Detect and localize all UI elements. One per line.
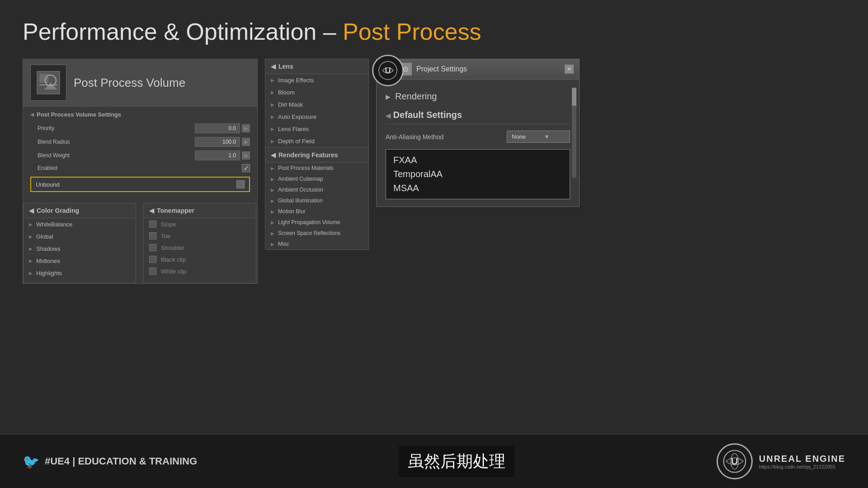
rf-misc[interactable]: ▶ Misc	[265, 239, 368, 249]
ac-arrow: ▶	[271, 177, 274, 182]
ps-content: ▶ Rendering ◀ Default Settings Anti-Alia…	[377, 80, 579, 206]
rf-motion-blur[interactable]: ▶ Motion Blur	[265, 206, 368, 217]
lens-image-effects[interactable]: ▶ Image Effects	[265, 74, 368, 86]
enabled-label: Enabled	[30, 165, 57, 171]
title-part2: Post Process	[343, 19, 481, 45]
ue-logo-icon: U	[378, 61, 398, 80]
blend-radius-expand[interactable]: ⊳	[242, 138, 250, 146]
aa-options-list: FXAA TemporalAA MSAA	[386, 149, 570, 199]
tm-header: ◀ Tonemapper	[144, 203, 256, 218]
shoulder-checkbox[interactable]	[149, 244, 156, 251]
blend-weight-expand[interactable]: ⊳	[242, 151, 250, 160]
scroll-indicator	[572, 88, 576, 178]
white-clip-checkbox[interactable]	[149, 267, 156, 275]
ao-label: Ambient Occlusion	[278, 187, 323, 193]
gi-arrow: ▶	[271, 198, 274, 203]
enabled-checkbox[interactable]: ✓	[242, 164, 250, 172]
ppv-icon-svg	[35, 69, 62, 96]
ps-close-button[interactable]: ✕	[565, 65, 574, 74]
blend-radius-row: Blend Radius ⊳	[30, 135, 250, 149]
aa-dropdown[interactable]: None ▼	[507, 131, 570, 143]
cg-arrow: ◀	[29, 207, 34, 214]
lens-depth-of-field[interactable]: ▶ Depth of Field	[265, 135, 368, 147]
rf-label: Rendering Features	[278, 151, 338, 159]
cg-highlights[interactable]: ▶ Highlights	[24, 267, 136, 279]
ie-label: Image Effects	[278, 77, 314, 84]
aa-selected: None	[512, 133, 526, 140]
ppm-label: Post Process Materials	[278, 165, 334, 171]
cg-shadows[interactable]: ▶ Shadows	[24, 243, 136, 255]
ppv-panel: Post Process Volume ◀ Post Process Volum…	[23, 59, 258, 284]
rf-ppm[interactable]: ▶ Post Process Materials	[265, 163, 368, 174]
bottom-bar: 🐦 #UE4 | EDUCATION & TRAINING 虽然后期处理 U U…	[0, 434, 868, 488]
cg-global[interactable]: ▶ Global	[24, 230, 136, 243]
lens-dirt-mask[interactable]: ▶ Dirt Mask	[265, 99, 368, 111]
rf-ambient-cubemap[interactable]: ▶ Ambient Cubemap	[265, 174, 368, 184]
ppv-settings-label: Post Process Volume Settings	[37, 111, 121, 118]
rendering-label: Rendering	[395, 91, 437, 102]
lpv-label: Light Propagation Volume	[278, 219, 340, 225]
priority-expand[interactable]: ⊳	[242, 124, 250, 132]
ds-arrow: ◀	[386, 112, 391, 119]
slope-label: Slope	[161, 221, 176, 228]
scroll-thumb[interactable]	[572, 88, 576, 106]
blend-weight-input[interactable]	[195, 150, 240, 160]
ps-title-text: Project Settings	[416, 65, 467, 73]
hashtag-text: #UE4 | EDUCATION & TRAINING	[45, 455, 197, 467]
lf-label: Lens Flares	[278, 126, 309, 132]
ppm-arrow: ▶	[271, 166, 274, 171]
page-title: Performance & Optimization – Post Proces…	[23, 18, 845, 45]
mb-arrow: ▶	[271, 209, 274, 214]
svg-rect-1	[39, 74, 48, 83]
cg-whitebalance[interactable]: ▶ WhiteBalance	[24, 218, 136, 230]
toe-label: Toe	[161, 233, 170, 239]
rf-global-illumination[interactable]: ▶ Global Illumination	[265, 195, 368, 206]
ppv-icon	[30, 65, 66, 101]
subtitle-box: 虽然后期处理	[399, 446, 514, 477]
toe-checkbox[interactable]	[149, 232, 156, 239]
rf-lpv[interactable]: ▶ Light Propagation Volume	[265, 217, 368, 228]
shadows-arrow: ▶	[29, 246, 33, 251]
dof-label: Depth of Field	[278, 138, 315, 145]
global-arrow: ▶	[29, 234, 33, 239]
unbound-checkbox[interactable]	[236, 180, 245, 188]
black-clip-checkbox[interactable]	[149, 256, 156, 263]
cg-midtones[interactable]: ▶ Midtones	[24, 255, 136, 267]
blend-radius-input[interactable]	[195, 137, 240, 147]
lens-bloom[interactable]: ▶ Bloom	[265, 86, 368, 99]
lens-arrow: ◀	[271, 63, 276, 70]
ds-label: Default Settings	[393, 110, 462, 120]
subtitle-text: 虽然后期处理	[408, 452, 505, 470]
blend-radius-label: Blend Radius	[30, 139, 70, 145]
tm-black-clip: Black clip	[144, 253, 256, 265]
aa-option-fxaa[interactable]: FXAA	[393, 153, 562, 167]
twitter-row: 🐦 #UE4 | EDUCATION & TRAINING	[23, 454, 197, 469]
ue-name: UNREAL ENGINE	[759, 454, 845, 464]
rendering-expand-arrow[interactable]: ▶	[386, 93, 391, 100]
ssr-arrow: ▶	[271, 231, 274, 236]
priority-label: Priority	[30, 125, 54, 131]
slope-checkbox[interactable]	[149, 221, 156, 228]
color-grading-panel: ◀ Color Grading ▶ WhiteBalance ▶ Global …	[23, 203, 136, 283]
priority-input[interactable]	[195, 123, 240, 133]
ps-title-content: ⚙ Project Settings	[399, 63, 467, 75]
aa-option-msaa[interactable]: MSAA	[393, 181, 562, 195]
gi-label: Global Illumination	[278, 197, 323, 204]
rf-ambient-occlusion[interactable]: ▶ Ambient Occlusion	[265, 184, 368, 195]
blend-weight-value: ⊳	[195, 150, 250, 160]
aa-label: Anti-Aliasing Method	[386, 133, 443, 141]
ue-logo-overlay: U	[372, 55, 404, 86]
lens-lens-flares[interactable]: ▶ Lens Flares	[265, 123, 368, 135]
rf-ssr[interactable]: ▶ Screen Space Reflections	[265, 228, 368, 239]
lf-arrow: ▶	[271, 127, 274, 131]
ps-titlebar: ⚙ Project Settings ✕	[377, 59, 579, 80]
lens-auto-exposure[interactable]: ▶ Auto Exposure	[265, 111, 368, 123]
enabled-row: Enabled ✓	[30, 162, 250, 174]
unbound-row[interactable]: Unbound	[30, 177, 250, 192]
aa-option-temporalaa[interactable]: TemporalAA	[393, 167, 562, 181]
mb-label: Motion Blur	[278, 208, 306, 215]
main-area: Performance & Optimization – Post Proces…	[0, 0, 868, 434]
ue-logo-circle: U	[372, 55, 404, 86]
wb-label: WhiteBalance	[36, 221, 72, 228]
ppv-settings-section: ◀ Post Process Volume Settings Priority …	[23, 107, 257, 197]
